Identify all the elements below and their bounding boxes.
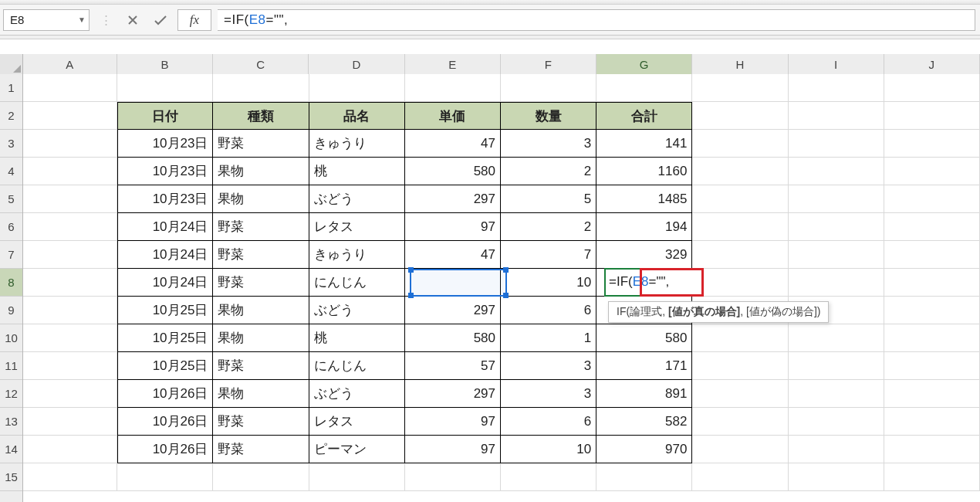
col-header-E[interactable]: E: [405, 54, 501, 74]
cell[interactable]: [692, 130, 788, 158]
cell[interactable]: [884, 463, 980, 491]
cell-total[interactable]: 141: [596, 130, 692, 158]
cell-price[interactable]: [405, 269, 501, 297]
cell-kind[interactable]: 果物: [213, 380, 309, 408]
cell-item[interactable]: レタス: [309, 213, 405, 241]
cell[interactable]: [884, 380, 980, 408]
row-header-1[interactable]: 1: [0, 74, 22, 102]
cell[interactable]: [23, 158, 117, 185]
cell[interactable]: [692, 102, 788, 130]
cell-edit-outline[interactable]: =IF(E8="",: [604, 268, 703, 297]
cell-kind[interactable]: 野菜: [213, 436, 309, 463]
cell-price[interactable]: 97: [405, 436, 501, 463]
row-header-2[interactable]: 2: [0, 102, 22, 130]
cell-qty[interactable]: 3: [501, 352, 596, 380]
cell[interactable]: [884, 130, 980, 158]
cell[interactable]: [884, 408, 980, 436]
cell-price[interactable]: 297: [405, 297, 501, 324]
cell[interactable]: [884, 269, 980, 297]
cell[interactable]: [692, 158, 788, 185]
row-header-9[interactable]: 9: [0, 297, 22, 324]
cell[interactable]: [117, 74, 213, 102]
cell-kind[interactable]: 果物: [213, 158, 309, 185]
cell-total[interactable]: 580: [596, 324, 692, 352]
cell-qty[interactable]: 3: [501, 380, 596, 408]
cell[interactable]: [692, 463, 788, 491]
select-all-corner[interactable]: [0, 54, 23, 74]
row-header-11[interactable]: 11: [0, 352, 22, 380]
row-header-6[interactable]: 6: [0, 213, 22, 241]
cell[interactable]: [23, 380, 117, 408]
cell-kind[interactable]: 野菜: [213, 269, 309, 297]
cell-kind[interactable]: 野菜: [213, 241, 309, 269]
cell[interactable]: [789, 241, 884, 269]
cell-item[interactable]: ぶどう: [309, 380, 405, 408]
row-header-10[interactable]: 10: [0, 324, 22, 352]
cell[interactable]: [23, 74, 117, 102]
cell-date[interactable]: 10月25日: [117, 324, 213, 352]
col-header-H[interactable]: H: [692, 54, 788, 74]
cell[interactable]: [692, 185, 788, 213]
cell[interactable]: [789, 130, 884, 158]
cell-price[interactable]: 580: [405, 324, 501, 352]
cell-total[interactable]: 171: [596, 352, 692, 380]
header-kind[interactable]: 種類: [213, 102, 309, 130]
cell[interactable]: [596, 74, 692, 102]
cell[interactable]: [692, 352, 788, 380]
cell-item[interactable]: ぶどう: [309, 185, 405, 213]
cell-date[interactable]: 10月24日: [117, 213, 213, 241]
cell-price[interactable]: 57: [405, 352, 501, 380]
fx-button[interactable]: fx: [177, 9, 211, 31]
cell[interactable]: [23, 241, 117, 269]
cell-date[interactable]: 10月23日: [117, 130, 213, 158]
header-item[interactable]: 品名: [309, 102, 405, 130]
row-header-8[interactable]: 8: [0, 269, 22, 297]
cell[interactable]: [213, 74, 309, 102]
cell-date[interactable]: 10月24日: [117, 269, 213, 297]
cell[interactable]: [405, 463, 501, 491]
cell-item[interactable]: きゅうり: [309, 130, 405, 158]
cell-price[interactable]: 97: [405, 408, 501, 436]
cell[interactable]: [789, 269, 884, 297]
cell[interactable]: [23, 213, 117, 241]
cell-kind[interactable]: 野菜: [213, 408, 309, 436]
col-header-A[interactable]: A: [23, 54, 117, 74]
cell[interactable]: [501, 74, 596, 102]
cell-price[interactable]: 97: [405, 213, 501, 241]
cell[interactable]: [23, 463, 117, 491]
header-qty[interactable]: 数量: [501, 102, 596, 130]
cell-item[interactable]: ピーマン: [309, 436, 405, 463]
cell[interactable]: [884, 297, 980, 324]
cell[interactable]: [692, 213, 788, 241]
cell-item[interactable]: 桃: [309, 324, 405, 352]
col-header-D[interactable]: D: [309, 54, 404, 74]
cell[interactable]: [884, 74, 980, 102]
cell-total[interactable]: 1160: [596, 158, 692, 185]
cell[interactable]: [23, 297, 117, 324]
cell-total[interactable]: 582: [596, 408, 692, 436]
cell-price[interactable]: 297: [405, 380, 501, 408]
cell-price[interactable]: 47: [405, 241, 501, 269]
header-total[interactable]: 合計: [596, 102, 692, 130]
cell[interactable]: [23, 185, 117, 213]
cell-item[interactable]: 桃: [309, 158, 405, 185]
cell-qty[interactable]: 10: [501, 436, 596, 463]
cell[interactable]: [884, 213, 980, 241]
cancel-icon[interactable]: [122, 9, 144, 31]
cell-date[interactable]: 10月24日: [117, 241, 213, 269]
cell-date[interactable]: 10月26日: [117, 380, 213, 408]
cell-qty[interactable]: 6: [501, 297, 596, 324]
col-header-J[interactable]: J: [884, 54, 980, 74]
cell[interactable]: [692, 269, 788, 297]
cell-qty[interactable]: 5: [501, 185, 596, 213]
cell[interactable]: [884, 185, 980, 213]
name-box[interactable]: E8 ▼: [3, 9, 90, 31]
col-header-C[interactable]: C: [213, 54, 309, 74]
header-price[interactable]: 単価: [405, 102, 501, 130]
cell-date[interactable]: 10月25日: [117, 352, 213, 380]
cell[interactable]: [692, 74, 788, 102]
cell[interactable]: [884, 241, 980, 269]
cell-item[interactable]: きゅうり: [309, 241, 405, 269]
cell[interactable]: [23, 269, 117, 297]
header-date[interactable]: 日付: [117, 102, 213, 130]
